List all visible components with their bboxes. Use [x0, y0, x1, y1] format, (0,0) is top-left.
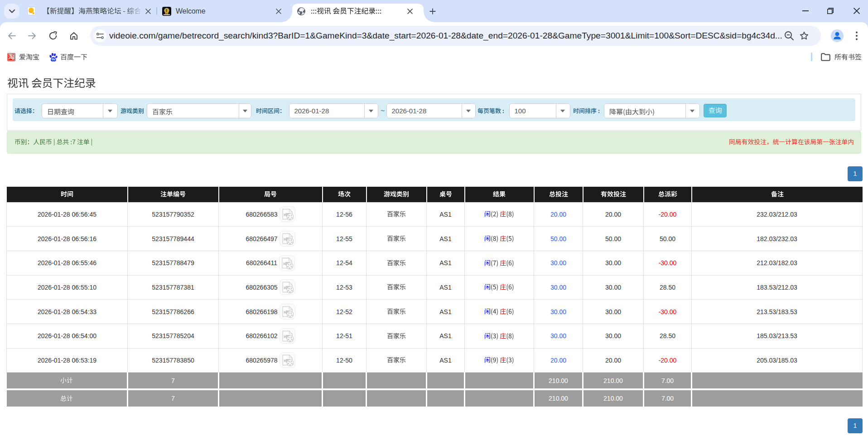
svg-text:du: du	[52, 58, 55, 61]
